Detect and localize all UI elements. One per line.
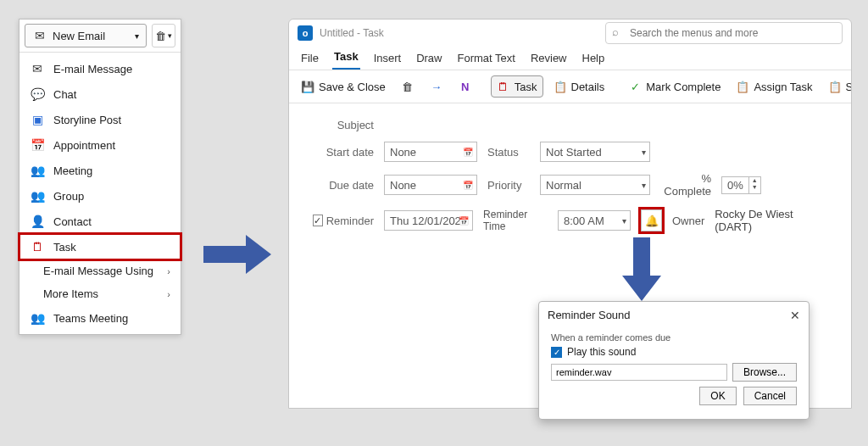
save-close-button[interactable]: 💾Save & Close: [296, 76, 391, 97]
menu-email-using[interactable]: E-mail Message Using›: [19, 259, 181, 282]
menu-contact[interactable]: 👤Contact: [19, 209, 181, 234]
reminder-time-label: Reminder Time: [483, 209, 548, 232]
tab-review[interactable]: Review: [529, 48, 569, 70]
report-icon: 📋: [828, 80, 842, 93]
ribbon-label: Details: [571, 81, 605, 93]
mail-plus-icon: ✉: [32, 28, 47, 43]
reminder-checkbox[interactable]: ✓: [313, 215, 323, 226]
task-form: Subject Start date None Status Not Start…: [289, 103, 851, 259]
mail-icon: ✉: [30, 61, 45, 76]
svg-marker-1: [622, 237, 661, 301]
ribbon-label: Save & Close: [319, 81, 386, 93]
field-value: 8:00 AM: [564, 215, 604, 227]
chevron-down-icon: ▾: [168, 31, 172, 40]
onenote-button[interactable]: N: [453, 76, 477, 97]
priority-field[interactable]: Normal: [540, 175, 650, 195]
task-icon: 🗒: [30, 239, 45, 254]
trash-icon: 🗑: [155, 30, 166, 42]
instruction-arrow-down: [620, 237, 663, 301]
menu-chat[interactable]: 💬Chat: [19, 81, 181, 107]
tab-format-text[interactable]: Format Text: [455, 48, 516, 70]
window-title: Untitled - Task: [320, 27, 384, 39]
chevron-right-icon: ›: [167, 266, 170, 276]
delete-button[interactable]: 🗑 ▾: [152, 24, 175, 47]
new-email-button[interactable]: ✉ New Email ▾: [25, 24, 147, 47]
ok-button[interactable]: OK: [699, 387, 736, 405]
titlebar: o Untitled - Task: [289, 20, 851, 47]
spinner-up-icon[interactable]: ▲: [749, 177, 760, 184]
menu-more-items[interactable]: More Items›: [19, 282, 181, 305]
tab-file[interactable]: File: [299, 48, 320, 70]
new-email-dropdown: ✉ New Email ▾ 🗑 ▾ ✉E-mail Message 💬Chat …: [19, 19, 181, 335]
status-label: Status: [487, 146, 530, 159]
reminder-sound-button[interactable]: 🔔: [641, 209, 662, 231]
sound-file-input[interactable]: [551, 364, 727, 381]
priority-label: Priority: [487, 179, 530, 192]
dialog-subtitle: When a reminder comes due: [551, 332, 797, 343]
menu-group[interactable]: 👥Group: [19, 183, 181, 209]
menu-task[interactable]: 🗒Task: [19, 234, 181, 259]
chat-icon: 💬: [30, 86, 45, 102]
meeting-icon: 👥: [30, 163, 45, 178]
due-date-field[interactable]: None: [384, 175, 477, 195]
check-icon: ✓: [628, 80, 642, 93]
menu-label: Teams Meeting: [53, 312, 128, 325]
instruction-arrow-right: [203, 233, 271, 276]
task-icon: 🗒: [497, 80, 510, 93]
storyline-icon: ▣: [30, 112, 45, 127]
pct-complete-field[interactable]: 0%▲▼: [721, 176, 761, 194]
play-sound-label: Play this sound: [567, 346, 636, 358]
reminder-time-field[interactable]: 8:00 AM: [558, 210, 631, 231]
group-icon: 👥: [30, 188, 45, 203]
tab-task[interactable]: Task: [332, 47, 360, 70]
status-field[interactable]: Not Started: [540, 142, 650, 162]
tab-help[interactable]: Help: [581, 48, 607, 70]
details-button[interactable]: 📋Details: [548, 76, 610, 97]
owner-label: Owner: [672, 215, 704, 227]
menu-appointment[interactable]: 📅Appointment: [19, 132, 181, 158]
pct-complete-label: % Complete: [660, 172, 711, 198]
assign-task-button[interactable]: 📋Assign Task: [731, 76, 817, 97]
menu-label: E-mail Message Using: [43, 265, 153, 277]
menu-meeting[interactable]: 👥Meeting: [19, 158, 181, 183]
reminder-date-field[interactable]: Thu 12/01/2023: [384, 210, 473, 231]
assign-icon: 📋: [736, 80, 749, 93]
forward-button[interactable]: →: [425, 76, 448, 97]
menu-label: Contact: [53, 215, 92, 228]
close-button[interactable]: ✕: [790, 309, 800, 322]
new-email-label: New Email: [53, 30, 105, 42]
send-status-button[interactable]: 📋Send Status Report: [823, 76, 852, 97]
menu-label: Storyline Post: [53, 114, 121, 126]
reminder-sound-dialog: Reminder Sound ✕ When a reminder comes d…: [538, 301, 810, 420]
field-value: Thu 12/01/2023: [390, 215, 467, 227]
cancel-button[interactable]: Cancel: [743, 387, 797, 405]
dialog-title: Reminder Sound: [548, 309, 631, 322]
bell-icon: 🔔: [645, 215, 659, 227]
play-sound-checkbox[interactable]: ✓: [551, 347, 562, 358]
tab-draw[interactable]: Draw: [415, 48, 443, 70]
mark-complete-button[interactable]: ✓Mark Complete: [623, 76, 726, 97]
tab-insert[interactable]: Insert: [372, 48, 403, 70]
field-value: 0%: [722, 177, 748, 193]
task-view-button[interactable]: 🗒Task: [491, 75, 543, 98]
ribbon-tabs: File Task Insert Draw Format Text Review…: [289, 47, 851, 70]
teams-icon: 👥: [30, 310, 45, 326]
field-value: None: [390, 179, 416, 192]
reminder-label: Reminder: [326, 215, 374, 227]
spinner-down-icon[interactable]: ▼: [749, 184, 760, 191]
trash-icon: 🗑: [401, 80, 415, 93]
forward-icon: →: [430, 80, 443, 93]
owner-value: Rocky De Wiest (DART): [715, 208, 827, 233]
field-value: Not Started: [546, 146, 602, 159]
ribbon-label: Task: [515, 81, 537, 93]
menu-storyline-post[interactable]: ▣Storyline Post: [19, 107, 181, 132]
menu-label: Group: [53, 190, 84, 203]
delete-button[interactable]: 🗑: [396, 76, 420, 97]
menu-teams-meeting[interactable]: 👥Teams Meeting: [19, 305, 181, 331]
search-input[interactable]: [605, 22, 843, 44]
browse-button[interactable]: Browse...: [732, 363, 797, 382]
start-date-label: Start date: [313, 146, 374, 159]
menu-email-message[interactable]: ✉E-mail Message: [19, 56, 181, 81]
start-date-field[interactable]: None: [384, 142, 477, 162]
due-date-label: Due date: [313, 179, 374, 192]
